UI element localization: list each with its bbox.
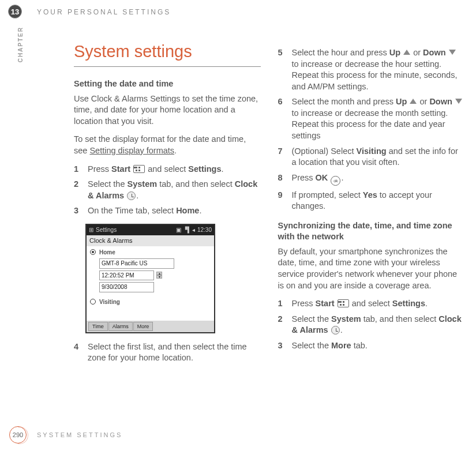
- step-body: Select the System tab, and then select C…: [292, 314, 465, 336]
- text: Select the: [88, 179, 128, 189]
- down-arrow-icon: [449, 50, 456, 55]
- text: Select the: [292, 341, 332, 350]
- step-body: (Optional) Select Visiting and set the i…: [292, 146, 465, 168]
- step-body: Select the hour and press Up or Down to …: [292, 47, 465, 92]
- text: .: [136, 191, 138, 200]
- text: .: [341, 173, 343, 182]
- step-number: 9: [278, 190, 292, 212]
- step-body: Select the System tab, and then select C…: [88, 179, 261, 201]
- bold-settings: Settings: [392, 299, 425, 308]
- start-icon: [133, 165, 145, 173]
- tab-more[interactable]: More: [133, 322, 153, 331]
- steps-list-b: 1 Press Start and select Settings. 2 Sel…: [278, 298, 465, 351]
- bold-down: Down: [423, 48, 445, 57]
- screenshot-panel-title: Clock & Alarms: [87, 235, 214, 246]
- screenshot-row-visiting: Visiting: [87, 296, 214, 309]
- step-body: Select the month and press Up or Down to…: [292, 96, 465, 141]
- text: Press: [292, 173, 316, 182]
- text: .: [425, 299, 428, 308]
- bold-settings: Settings: [188, 164, 221, 174]
- radio-visiting[interactable]: [90, 299, 96, 305]
- text: .: [199, 206, 201, 215]
- bold-start: Start: [111, 164, 130, 174]
- step-3: 3 On the Time tab, select Home.: [74, 205, 261, 217]
- text: .: [222, 164, 224, 174]
- text: .: [340, 325, 343, 335]
- bold-start: Start: [316, 299, 335, 308]
- text: Select the month and press: [292, 97, 396, 106]
- left-column: System settings Setting the date and tim…: [74, 40, 261, 416]
- step-body: Press Start and select Settings.: [88, 164, 261, 175]
- field-date[interactable]: 9/30/2008: [99, 282, 154, 292]
- step-number: 2: [278, 314, 292, 336]
- text: tab, and then select: [361, 314, 439, 324]
- step-number: 2: [74, 179, 88, 201]
- field-time[interactable]: 12:20:52 PM: [99, 270, 154, 281]
- right-column: 5 Select the hour and press Up or Down t…: [278, 40, 465, 416]
- text: tab, and then select: [157, 179, 235, 189]
- phone-screenshot: ⊞ Settings ▣ ▝▍◂ 12:30 Clock & Alarms Ho…: [85, 224, 215, 333]
- start-icon: [338, 299, 349, 307]
- bold-up: Up: [389, 48, 400, 57]
- bold-up: Up: [396, 97, 407, 106]
- bold-ok: OK: [316, 173, 328, 182]
- text: On the Time tab, select: [88, 206, 176, 215]
- step-8: 8 Press OK ok.: [278, 172, 465, 186]
- header-title: YOUR PERSONAL SETTINGS: [37, 8, 171, 16]
- step-b1: 1 Press Start and select Settings.: [278, 298, 465, 310]
- bold-visiting: Visiting: [357, 146, 387, 156]
- screenshot-row-home: Home: [87, 246, 214, 259]
- content-columns: System settings Setting the date and tim…: [74, 40, 464, 416]
- text: Select the: [292, 314, 332, 324]
- radio-home[interactable]: [90, 249, 96, 255]
- page-footer: 290 SYSTEM SETTINGS: [8, 427, 122, 443]
- label-visiting: Visiting: [99, 298, 120, 306]
- field-timezone[interactable]: GMT-8 Pacific US: [99, 258, 174, 269]
- steps-list-a-cont: 5 Select the hour and press Up or Down t…: [278, 47, 465, 212]
- label-home: Home: [99, 249, 115, 257]
- step-6: 6 Select the month and press Up or Down …: [278, 96, 465, 141]
- up-arrow-icon: [403, 50, 410, 55]
- page-header: 13 YOUR PERSONAL SETTINGS: [8, 5, 476, 21]
- step-number: 6: [278, 96, 292, 141]
- section-heading-sync: Synchronizing the date, time, and time z…: [278, 220, 465, 243]
- step-4: 4 Select the first list, and then select…: [74, 341, 261, 364]
- screenshot-bar-label: Settings: [96, 226, 117, 234]
- page-number-badge: 290: [8, 425, 28, 445]
- steps-list-a: 1 Press Start and select Settings. 2 Sel…: [74, 164, 261, 217]
- tab-alarms[interactable]: Alarms: [108, 322, 133, 331]
- tab-time[interactable]: Time: [88, 322, 108, 331]
- text: tab.: [351, 341, 368, 350]
- screenshot-fields: GMT-8 Pacific US 12:20:52 PM ▴▾ 9/30/200…: [99, 258, 214, 292]
- step-number: 8: [278, 172, 292, 186]
- time-spinner[interactable]: ▴▾: [156, 272, 162, 279]
- text: and select: [350, 299, 392, 308]
- step-b2: 2 Select the System tab, and then select…: [278, 314, 465, 336]
- text: Press: [292, 299, 316, 308]
- bold-down: Down: [429, 97, 452, 106]
- text: to increase or decrease the hour setting…: [292, 59, 458, 91]
- screenshot-time: 12:30: [197, 226, 212, 234]
- step-number: 3: [74, 205, 88, 217]
- bold-yes: Yes: [363, 190, 377, 200]
- footer-title: SYSTEM SETTINGS: [37, 431, 122, 438]
- section-heading-date-time: Setting the date and time: [74, 78, 261, 90]
- text: If prompted, select: [292, 190, 363, 200]
- format-paragraph: To set the display format for the date a…: [74, 134, 261, 156]
- text: or: [411, 48, 423, 57]
- step-number: 3: [278, 340, 292, 352]
- step-body: On the Time tab, select Home.: [88, 205, 261, 217]
- step-body: Press Start and select Settings.: [292, 298, 465, 310]
- intro-paragraph: Use Clock & Alarms Settings to set the t…: [74, 93, 261, 127]
- text: Select the hour and press: [292, 48, 389, 57]
- link-setting-display-formats[interactable]: Setting display formats: [89, 146, 174, 155]
- step-7: 7 (Optional) Select Visiting and set the…: [278, 146, 465, 168]
- step-b3: 3 Select the More tab.: [278, 340, 465, 352]
- chapter-number-badge: 13: [8, 5, 22, 18]
- text: to increase or decrease the month settin…: [292, 108, 448, 140]
- page-number: 290: [9, 426, 27, 444]
- step-1: 1 Press Start and select Settings.: [74, 164, 261, 175]
- step-body: Select the first list, and then select t…: [88, 341, 261, 364]
- bold-system: System: [331, 314, 361, 324]
- text: or: [417, 97, 429, 106]
